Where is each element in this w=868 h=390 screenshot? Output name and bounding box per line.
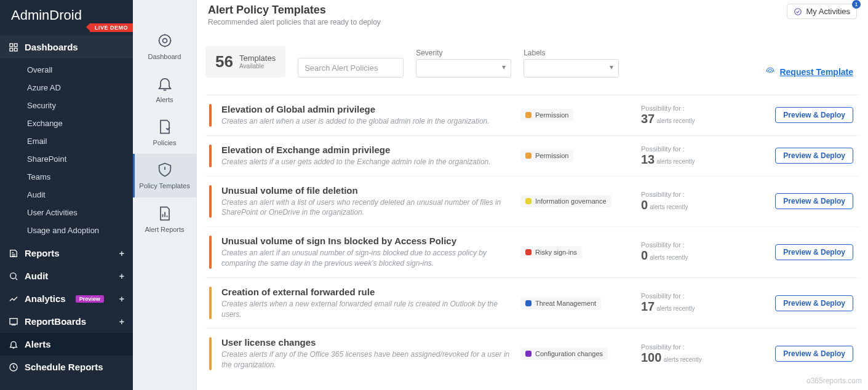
policy-tag: Risky sign-ins	[520, 246, 582, 258]
sec-alert-reports[interactable]: Alert Reports	[133, 197, 196, 241]
nav-schedule[interactable]: Schedule Reports	[0, 356, 133, 378]
severity-stripe	[209, 145, 212, 167]
preview-deploy-button[interactable]: Preview & Deploy	[775, 244, 853, 260]
sec-alerts-label: Alerts	[156, 96, 173, 103]
possibility-block: Possibility for : 0 alerts recently	[641, 241, 727, 263]
alerts-recently-label: alerts recently	[656, 117, 695, 124]
nav-sub-item[interactable]: Azure AD	[0, 79, 133, 97]
nav-sub-item[interactable]: Security	[0, 97, 133, 114]
my-activities-button[interactable]: My Activities 1	[787, 4, 857, 19]
live-demo-badge: LIVE DEMO	[90, 23, 133, 32]
expand-icon: +	[119, 317, 124, 327]
bell-icon	[9, 340, 18, 349]
tag-color-swatch	[525, 300, 532, 306]
alert-count: 37	[641, 112, 655, 125]
activities-count-badge: 1	[852, 0, 861, 9]
possibility-label: Possibility for :	[641, 145, 727, 153]
alerts-recently-label: alerts recently	[656, 158, 695, 165]
policy-title: Elevation of Exchange admin privilege	[221, 145, 511, 155]
alerts-recently-label: alerts recently	[650, 254, 688, 261]
policy-tag: Permission	[520, 149, 573, 162]
severity-stripe	[209, 236, 212, 269]
main-content: Alert Policy Templates Recommended alert…	[197, 0, 868, 390]
page-subtitle: Recommended alert policies that are read…	[208, 18, 381, 26]
nav-sub-item[interactable]: Usage and Adoption	[0, 221, 133, 239]
alert-count: 13	[641, 153, 655, 166]
search-input[interactable]	[298, 58, 404, 78]
tag-color-swatch	[525, 112, 532, 118]
svg-rect-5	[10, 318, 17, 324]
svg-rect-2	[10, 48, 13, 51]
request-template-link[interactable]: Request Template	[765, 66, 853, 78]
page-title: Alert Policy Templates	[208, 4, 381, 17]
tag-color-swatch	[525, 351, 532, 357]
alert-count: 100	[641, 351, 661, 364]
expand-icon: +	[119, 294, 124, 304]
brand-text: AdminDroid	[11, 7, 82, 23]
nav-schedule-label: Schedule Reports	[25, 362, 103, 372]
shield-icon	[156, 161, 173, 178]
sec-policy-templates[interactable]: Policy Templates	[133, 154, 196, 197]
alerts-recently-label: alerts recently	[663, 356, 701, 363]
nav-reports-label: Reports	[25, 248, 60, 258]
primary-sidebar: AdminDroid LIVE DEMO Dashboards OverallA…	[0, 0, 133, 390]
nav-audit[interactable]: Audit +	[0, 265, 133, 287]
severity-dropdown[interactable]	[416, 59, 511, 78]
severity-stripe	[209, 287, 212, 320]
preview-deploy-button[interactable]: Preview & Deploy	[775, 107, 853, 123]
preview-deploy-button[interactable]: Preview & Deploy	[775, 193, 853, 209]
nav-sub-item[interactable]: Overall	[0, 61, 133, 79]
possibility-label: Possibility for :	[641, 105, 727, 112]
policy-description: Creates an alert when a user is added to…	[221, 116, 511, 127]
page-header: Alert Policy Templates Recommended alert…	[197, 0, 868, 33]
nav-analytics[interactable]: Analytics Preview +	[0, 287, 133, 310]
policy-tag: Configuration changes	[520, 348, 608, 360]
policy-tag: Threat Management	[520, 297, 601, 309]
sec-policies[interactable]: Policies	[133, 111, 196, 154]
svg-point-7	[159, 35, 170, 47]
policy-title: Unusual volume of sign Ins blocked by Ac…	[221, 236, 511, 246]
nav-reportboards[interactable]: ReportBoards +	[0, 310, 133, 333]
preview-deploy-button[interactable]: Preview & Deploy	[775, 346, 853, 362]
tag-label: Risky sign-ins	[535, 249, 577, 256]
nav-reportboards-label: ReportBoards	[25, 316, 86, 327]
nav-reports[interactable]: Reports +	[0, 242, 133, 265]
nav-sub-item[interactable]: SharePoint	[0, 150, 133, 168]
severity-stripe	[209, 185, 212, 218]
policy-title: Unusual volume of file deletion	[221, 185, 511, 196]
policy-card: Unusual volume of file deletion Creates …	[205, 177, 859, 228]
template-count-box: 56 Templates Available	[205, 46, 285, 78]
severity-stripe	[209, 337, 212, 370]
sec-alerts[interactable]: Alerts	[133, 68, 196, 111]
template-count-sub: Available	[239, 63, 276, 70]
nav-sub-item[interactable]: Email	[0, 132, 133, 150]
policy-title: Creation of external forwarded rule	[221, 287, 511, 297]
svg-point-9	[795, 8, 802, 15]
nav-sub-item[interactable]: User Activities	[0, 204, 133, 221]
possibility-label: Possibility for :	[641, 191, 727, 198]
labels-dropdown[interactable]	[524, 59, 619, 78]
alert-count: 0	[641, 198, 648, 212]
nav-sub-item[interactable]: Teams	[0, 168, 133, 186]
nav-sub-item[interactable]: Exchange	[0, 114, 133, 132]
svg-rect-0	[10, 44, 13, 47]
svg-point-8	[162, 39, 167, 43]
clock-icon	[9, 362, 18, 372]
nav-alerts[interactable]: Alerts	[0, 333, 133, 356]
policy-description: Creates alerts if a user gets added to t…	[221, 157, 511, 167]
possibility-label: Possibility for :	[641, 292, 727, 300]
alerts-recently-label: alerts recently	[656, 305, 695, 312]
template-count: 56	[215, 52, 233, 71]
preview-deploy-button[interactable]: Preview & Deploy	[775, 295, 853, 311]
sec-dashboard[interactable]: Dashboard	[133, 25, 196, 68]
alert-count: 17	[641, 300, 655, 313]
nav-dashboards[interactable]: Dashboards	[0, 36, 133, 58]
preview-deploy-button[interactable]: Preview & Deploy	[775, 148, 853, 164]
dashboard-icon	[9, 42, 18, 52]
tag-label: Threat Management	[535, 300, 596, 307]
policy-card: Unusual volume of sign Ins blocked by Ac…	[205, 227, 859, 278]
nav-sub-item[interactable]: Audit	[0, 186, 133, 204]
toolbar: 56 Templates Available Severity Labels	[205, 40, 859, 95]
nav-analytics-label: Analytics	[25, 293, 66, 304]
policy-template-list[interactable]: Elevation of Global admin privilege Crea…	[205, 95, 859, 378]
